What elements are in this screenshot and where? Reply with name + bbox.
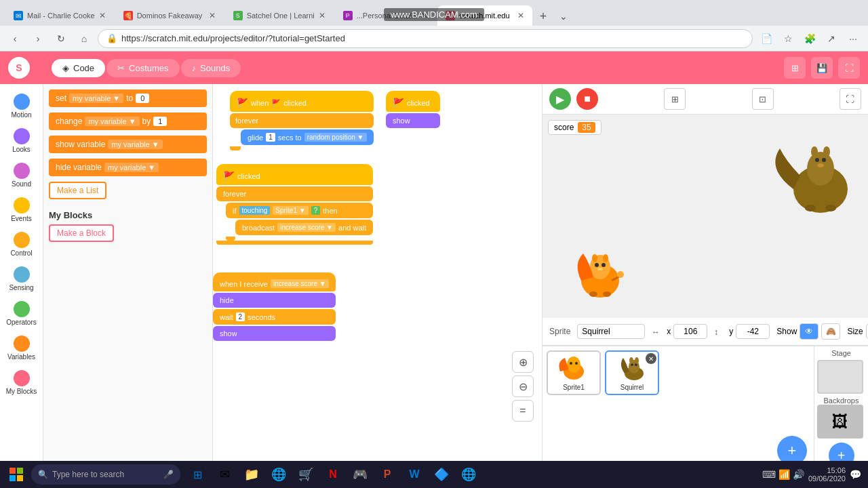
taskbar-edge2[interactable]: 🔷 bbox=[429, 462, 454, 487]
show-var-dropdown[interactable]: my variable ▼ bbox=[108, 140, 162, 149]
sidebar-item-motion[interactable]: Motion bbox=[2, 89, 41, 123]
stage-small-button[interactable]: ⊞ bbox=[664, 88, 686, 110]
canvas-area[interactable]: 🚩 when 🚩 clicked forever glide 1 secs to… bbox=[213, 84, 542, 462]
sidebar-item-sound[interactable]: Sound bbox=[2, 159, 41, 192]
refresh-button[interactable]: ↻ bbox=[52, 29, 71, 48]
taskbar-explorer[interactable]: 📁 bbox=[239, 462, 264, 487]
back-button[interactable]: ‹ bbox=[5, 29, 24, 48]
sidebar-item-looks[interactable]: Looks bbox=[2, 124, 41, 157]
show-variable-block[interactable]: show variable my variable ▼ bbox=[49, 136, 207, 153]
taskbar-time[interactable]: 15:06 09/06/2020 bbox=[808, 466, 846, 483]
sprite-name-input[interactable] bbox=[577, 324, 645, 339]
when-clicked-block-1[interactable]: 🚩 when 🚩 clicked bbox=[230, 91, 374, 112]
stop-button[interactable]: ■ bbox=[576, 88, 598, 110]
tab-scratch[interactable]: S scratch.mit.edu ✕ bbox=[437, 5, 532, 26]
change-variable-block[interactable]: change my variable ▼ by 1 bbox=[49, 113, 207, 130]
tab-close-scratch[interactable]: ✕ bbox=[517, 11, 524, 20]
fullscreen-button[interactable]: ⛶ bbox=[838, 57, 860, 79]
show-block-2[interactable]: show bbox=[213, 326, 336, 341]
tab-close-personal[interactable]: ✕ bbox=[421, 11, 428, 20]
sidebar-item-events[interactable]: Events bbox=[2, 193, 41, 226]
glide-block[interactable]: glide 1 secs to random position ▼ bbox=[241, 129, 374, 145]
start-button[interactable] bbox=[3, 462, 30, 487]
taskbar-edge[interactable]: 🌐 bbox=[266, 462, 292, 487]
taskbar-store[interactable]: 🛒 bbox=[293, 462, 319, 487]
when-receive-block[interactable]: when I receive increase score ▼ bbox=[213, 272, 336, 291]
sprite-delete-button[interactable]: ✕ bbox=[646, 353, 656, 364]
set-variable-block[interactable]: set my variable ▼ to 0 bbox=[49, 89, 207, 107]
sidebar-item-control[interactable]: Control bbox=[2, 228, 41, 261]
tab-close-mail[interactable]: ✕ bbox=[99, 11, 106, 20]
change-var-dropdown[interactable]: my variable ▼ bbox=[85, 117, 139, 126]
green-flag-button[interactable]: ▶ bbox=[549, 88, 571, 110]
zoom-in-button[interactable]: ⊕ bbox=[512, 351, 534, 373]
x-input[interactable] bbox=[673, 324, 707, 339]
sprite-thumb-sprite1[interactable]: Sprite1 bbox=[547, 350, 601, 395]
backdrop-thumbnail[interactable]: 🖼 bbox=[817, 405, 863, 439]
make-list-button[interactable]: Make a List bbox=[49, 182, 106, 199]
forever-block-2[interactable]: forever bbox=[216, 186, 373, 201]
make-block-button[interactable]: Make a Block bbox=[49, 224, 114, 242]
sidebar-item-variables[interactable]: Variables bbox=[2, 331, 41, 365]
tab-satchel[interactable]: S Satchel One | Learnin... ✕ bbox=[225, 5, 334, 26]
notification-icon[interactable]: 💬 bbox=[850, 469, 861, 480]
sidebar-item-operators[interactable]: Operators bbox=[2, 297, 41, 330]
zoom-out-button[interactable]: ⊖ bbox=[512, 375, 534, 397]
when-clicked-block-2[interactable]: 🚩 clicked bbox=[386, 91, 440, 112]
hide-block[interactable]: hide bbox=[213, 293, 336, 308]
hide-sprite-button[interactable]: 🙈 bbox=[821, 323, 840, 340]
show-block-1[interactable]: show bbox=[386, 113, 440, 128]
share-button[interactable]: ↗ bbox=[822, 29, 841, 48]
taskbar-ie[interactable]: 🌐 bbox=[456, 462, 481, 487]
tab-code[interactable]: ◈ Code bbox=[52, 59, 105, 77]
tab-close-dominos[interactable]: ✕ bbox=[209, 11, 216, 20]
taskbar-app6[interactable]: 🎮 bbox=[347, 462, 373, 487]
url-bar[interactable]: 🔒 https://scratch.mit.edu/projects/edito… bbox=[98, 29, 753, 48]
taskbar-view-button[interactable]: ⊞ bbox=[184, 462, 210, 487]
tab-mail[interactable]: ✉ Mail - Charlie Cooke ✕ bbox=[5, 5, 114, 26]
taskbar-word[interactable]: W bbox=[401, 462, 427, 487]
taskbar-netflix[interactable]: N bbox=[320, 462, 346, 487]
scratch-logo[interactable]: S bbox=[8, 57, 30, 79]
bookmark-button[interactable]: ☆ bbox=[778, 29, 797, 48]
keyboard-icon[interactable]: ⌨ bbox=[762, 469, 776, 480]
taskbar-powerpoint[interactable]: P bbox=[374, 462, 400, 487]
tab-dominos[interactable]: 🍕 Dominos Fakeaway P... ✕ bbox=[115, 5, 224, 26]
save-button[interactable]: 💾 bbox=[811, 57, 833, 79]
forward-button[interactable]: › bbox=[28, 29, 47, 48]
reader-button[interactable]: 📄 bbox=[757, 29, 776, 48]
home-button[interactable]: ⌂ bbox=[75, 29, 94, 48]
stage-thumbnail[interactable] bbox=[817, 360, 863, 394]
set-var-dropdown[interactable]: my variable ▼ bbox=[69, 94, 123, 103]
tab-personal[interactable]: P ...Personal Details ✕ bbox=[335, 5, 436, 26]
tab-costumes[interactable]: ✂ Costumes bbox=[106, 59, 180, 77]
tab-close-satchel[interactable]: ✕ bbox=[319, 11, 326, 20]
more-button[interactable]: ··· bbox=[844, 29, 863, 48]
layout-button[interactable]: ⊞ bbox=[784, 57, 806, 79]
y-input[interactable] bbox=[736, 324, 770, 339]
network-icon[interactable]: 📶 bbox=[778, 469, 790, 480]
new-tab-button[interactable]: + bbox=[534, 7, 553, 26]
fit-screen-button[interactable]: = bbox=[512, 400, 534, 422]
tab-sounds[interactable]: ♪ Sounds bbox=[181, 59, 241, 77]
volume-icon[interactable]: 🔊 bbox=[793, 469, 804, 480]
change-var-value[interactable]: 1 bbox=[153, 117, 167, 126]
broadcast-block[interactable]: broadcast increase score ▼ and wait bbox=[235, 220, 373, 235]
sprite-thumb-squirrel[interactable]: ✕ Squirrel bbox=[605, 350, 659, 395]
taskbar-mail[interactable]: ✉ bbox=[212, 462, 237, 487]
squirrel-sprite-large[interactable] bbox=[753, 128, 861, 223]
hide-var-dropdown[interactable]: my variable ▼ bbox=[104, 163, 159, 172]
squirrel-sprite-small[interactable] bbox=[570, 243, 631, 304]
stage-fullscreen-button[interactable]: ⛶ bbox=[840, 88, 861, 110]
hide-variable-block[interactable]: hide variable my variable ▼ bbox=[49, 159, 207, 176]
tab-list-button[interactable]: ⌄ bbox=[554, 7, 573, 26]
set-var-value[interactable]: 0 bbox=[136, 94, 149, 103]
stage-large-button[interactable]: ⊡ bbox=[752, 88, 774, 110]
forever-block-1[interactable]: forever bbox=[230, 113, 374, 128]
sidebar-item-sensing[interactable]: Sensing bbox=[2, 262, 41, 296]
wait-block[interactable]: wait 2 seconds bbox=[213, 309, 336, 325]
if-touching-block[interactable]: if touching Sprite1 ▼ ? then bbox=[226, 203, 373, 218]
taskbar-search[interactable]: 🔍 Type here to search 🎤 bbox=[31, 464, 180, 485]
show-sprite-button[interactable]: 👁 bbox=[800, 323, 818, 340]
scratch-extensions-button[interactable]: 🧩 bbox=[800, 29, 819, 48]
